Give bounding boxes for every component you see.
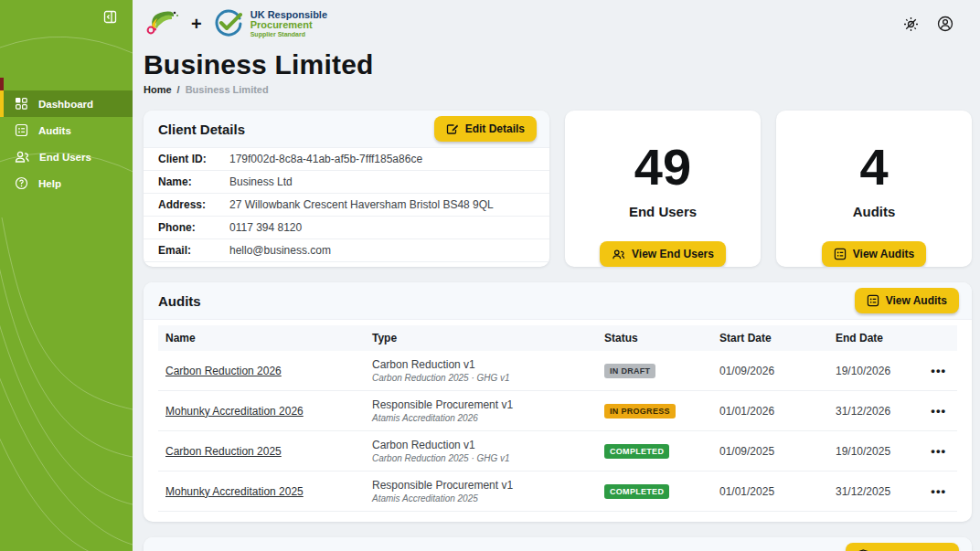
col-header-name: Name <box>158 325 365 351</box>
edit-details-button[interactable]: Edit Details <box>434 116 537 142</box>
sidebar-item-end-users[interactable]: End Users <box>0 143 133 170</box>
audit-end-date: 31/12/2026 <box>828 391 920 431</box>
page-title: Business Limited <box>144 49 972 80</box>
end-users-stat-card: 49 End Users View End Users <box>565 111 761 267</box>
audits-header: Audits View Audits <box>144 282 972 320</box>
invite-admins-button[interactable]: Invite Admins <box>846 543 959 551</box>
audits-stat-card: 4 Audits View Audits <box>776 111 972 267</box>
audit-name-link[interactable]: Mohunky Accreditation 2026 <box>165 405 304 418</box>
brand-line2: Procurement <box>250 20 327 31</box>
audit-checklist-icon <box>15 123 28 137</box>
audits-view-audits-label: View Audits <box>886 294 947 307</box>
view-end-users-label: View End Users <box>632 248 714 260</box>
sidebar-item-label: Help <box>38 178 61 189</box>
table-row: Carbon Reduction 2025 Carbon Reduction v… <box>158 431 957 472</box>
ukrp-logo-mark <box>213 8 244 39</box>
audit-name-link[interactable]: Carbon Reduction 2026 <box>165 365 282 377</box>
audit-end-date: 19/10/2026 <box>828 351 920 391</box>
row-actions-menu-button[interactable]: ••• <box>927 402 950 419</box>
row-actions-menu-button[interactable]: ••• <box>927 362 950 379</box>
detail-row-client-id: Client ID: 179f002d-8c8a-41ab-af5b-7fff1… <box>144 148 549 171</box>
audit-name-link[interactable]: Mohunky Accreditation 2025 <box>165 485 304 498</box>
audit-type: Carbon Reduction v1 <box>372 439 590 451</box>
audits-table: Name Type Status Start Date End Date Car… <box>158 325 957 512</box>
field-label: Email: <box>158 244 229 257</box>
audit-type: Carbon Reduction v1 <box>372 358 590 371</box>
client-details-header: Client Details Edit Details <box>144 111 549 148</box>
audit-type: Responsible Procurement v1 <box>372 479 590 492</box>
detail-row-address: Address: 27 Willowbank Crescent Haversha… <box>144 194 549 217</box>
end-users-count: 49 <box>634 142 691 193</box>
field-label: Phone: <box>158 221 229 234</box>
detail-row-name: Name: Business Ltd <box>144 171 549 194</box>
view-audits-button[interactable]: View Audits <box>822 241 926 267</box>
breadcrumb-separator: / <box>177 84 180 95</box>
detail-row-phone: Phone: 0117 394 8120 <box>144 217 549 239</box>
main-content: + UK Responsible Procurement Supplier St… <box>133 0 980 551</box>
users-icon <box>612 249 625 260</box>
audit-type: Responsible Procurement v1 <box>372 398 590 411</box>
col-header-end-date: End Date <box>828 325 920 351</box>
sidebar-edge-accent <box>0 78 4 90</box>
sidebar-item-label: Audits <box>38 125 71 136</box>
audit-start-date: 01/09/2025 <box>712 431 828 472</box>
client-details-body: Client ID: 179f002d-8c8a-41ab-af5b-7fff1… <box>144 148 549 262</box>
status-badge: COMPLETED <box>604 484 669 499</box>
sidebar-nav: Dashboard Audits <box>0 90 133 196</box>
audits-table-wrap: Name Type Status Start Date End Date Car… <box>144 320 972 522</box>
row-actions-menu-button[interactable]: ••• <box>927 442 950 460</box>
sidebar-item-audits[interactable]: Audits <box>0 117 133 143</box>
cards-row: Client Details Edit Details Client <box>144 111 972 267</box>
users-icon <box>15 150 29 164</box>
breadcrumb-home[interactable]: Home <box>144 84 172 95</box>
audits-view-audits-button[interactable]: View Audits <box>855 288 959 313</box>
audit-end-date: 31/12/2025 <box>828 472 920 512</box>
sidebar-item-dashboard[interactable]: Dashboard <box>0 90 133 117</box>
audit-start-date: 01/01/2026 <box>712 391 828 431</box>
col-header-start-date: Start Date <box>712 325 828 351</box>
field-label: Name: <box>158 175 229 188</box>
admin-users-title: Admin Users <box>158 548 243 551</box>
field-value: 27 Willowbank Crescent Haversham Bristol… <box>229 198 494 211</box>
col-header-actions <box>920 325 957 351</box>
row-actions-menu-button[interactable]: ••• <box>927 482 950 500</box>
app-root: Dashboard Audits <box>0 0 980 551</box>
view-end-users-button[interactable]: View End Users <box>600 241 726 267</box>
audit-checklist-icon <box>867 294 879 307</box>
edit-details-label: Edit Details <box>465 122 525 135</box>
title-block: Business Limited Home / Business Limited <box>144 49 972 95</box>
top-bar: + UK Responsible Procurement Supplier St… <box>144 0 972 44</box>
view-audits-label: View Audits <box>853 248 914 260</box>
ukrp-logo-text: UK Responsible Procurement Supplier Stan… <box>250 10 327 37</box>
audit-start-date: 01/01/2025 <box>712 472 828 512</box>
sidebar-collapse-button[interactable] <box>101 8 119 26</box>
status-badge: IN DRAFT <box>604 364 655 378</box>
field-label: Address: <box>158 198 229 211</box>
sidebar: Dashboard Audits <box>0 0 133 551</box>
detail-row-email: Email: hello@business.com <box>144 239 549 262</box>
client-details-title: Client Details <box>158 122 245 137</box>
audit-name-link[interactable]: Carbon Reduction 2025 <box>165 445 282 458</box>
help-circle-icon <box>15 176 28 190</box>
table-row: Mohunky Accreditation 2025 Responsible P… <box>158 472 957 512</box>
audit-start-date: 01/09/2026 <box>712 351 828 391</box>
status-badge: IN PROGRESS <box>604 404 676 419</box>
audit-type-subtext: Carbon Reduction 2025 · GHG v1 <box>372 453 590 463</box>
sidebar-decorative-curves <box>0 0 133 551</box>
table-header-row: Name Type Status Start Date End Date <box>158 325 957 351</box>
logo-plus-sign: + <box>191 14 202 35</box>
field-value: 179f002d-8c8a-41ab-af5b-7fff185a86ce <box>229 153 422 165</box>
col-header-type: Type <box>365 325 597 351</box>
audit-checklist-icon <box>834 248 847 260</box>
company-logo <box>144 7 180 40</box>
sidebar-item-help[interactable]: Help <box>0 170 133 196</box>
audit-type-subtext: Carbon Reduction 2025 · GHG v1 <box>372 373 590 383</box>
account-button[interactable] <box>935 14 955 34</box>
admin-users-card: Admin Users Invite Admins <box>144 537 972 551</box>
field-value: hello@business.com <box>229 244 331 257</box>
account-icon <box>937 21 953 35</box>
edit-icon <box>446 123 459 135</box>
admin-users-header: Admin Users Invite Admins <box>144 537 972 551</box>
status-badge: COMPLETED <box>604 444 669 459</box>
theme-toggle-button[interactable] <box>901 15 921 34</box>
